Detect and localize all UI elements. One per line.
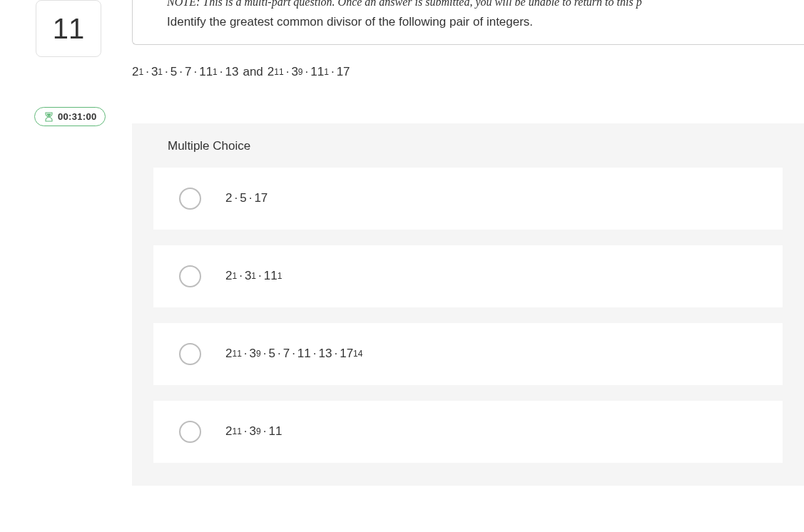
math-term: 5 <box>268 347 275 361</box>
option-text: 211·39·5·7·11·13·1714 <box>225 347 362 361</box>
math-term: 7 <box>283 347 290 361</box>
timer-badge: 00:31:00 <box>34 107 106 126</box>
math-term: 31 <box>245 269 256 283</box>
math-term: 1714 <box>340 347 362 361</box>
math-term: 13 <box>225 65 239 79</box>
dot-separator: · <box>256 269 264 283</box>
math-term: 111 <box>310 65 329 79</box>
question-number: 11 <box>53 13 85 45</box>
dot-separator: · <box>311 347 319 361</box>
answers-panel: Multiple Choice 2·5·1721·31·111211·39·5·… <box>132 123 804 486</box>
dot-separator: · <box>332 347 340 361</box>
math-term: 11 <box>268 424 282 439</box>
math-term: 21 <box>225 269 237 283</box>
dot-separator: · <box>290 347 297 361</box>
dot-separator: · <box>242 347 250 361</box>
dot-separator: · <box>232 191 240 205</box>
dot-separator: · <box>191 65 199 79</box>
expression-row: 21·31·5·7·111·13 and 211·39·111·17 <box>132 45 804 79</box>
dot-separator: · <box>329 65 337 79</box>
math-term: 13 <box>319 347 332 361</box>
math-term: 111 <box>199 65 218 79</box>
dot-separator: · <box>303 65 311 79</box>
math-term: 39 <box>250 424 261 439</box>
option-row[interactable]: 21·31·111 <box>153 245 783 307</box>
dot-separator: · <box>163 65 171 79</box>
dot-separator: · <box>143 65 151 79</box>
math-term: 11 <box>297 347 311 361</box>
math-term: 7 <box>185 65 191 79</box>
question-number-box: 11 <box>36 0 101 57</box>
dot-separator: · <box>218 65 225 79</box>
option-row[interactable]: 211·39·5·7·11·13·1714 <box>153 323 783 385</box>
radio-icon[interactable] <box>179 421 201 443</box>
math-term: 211 <box>268 65 284 79</box>
dot-separator: · <box>177 65 185 79</box>
math-term: 211 <box>225 424 242 439</box>
math-term: 39 <box>250 347 261 361</box>
note-label: NOTE: This is a multi-part question. Onc… <box>167 0 642 8</box>
dot-separator: · <box>247 191 255 205</box>
math-term: 17 <box>337 65 350 79</box>
math-term: 39 <box>291 65 302 79</box>
math-term: 211 <box>225 347 242 361</box>
timer-text: 00:31:00 <box>58 111 96 122</box>
radio-icon[interactable] <box>179 343 201 365</box>
math-term: 5 <box>171 65 177 79</box>
dot-separator: · <box>242 424 250 439</box>
instruction-text: Identify the greatest common divisor of … <box>167 13 784 31</box>
option-text: 21·31·111 <box>225 269 282 283</box>
hourglass-icon <box>44 112 54 122</box>
dot-separator: · <box>261 347 269 361</box>
math-term: 17 <box>254 191 268 205</box>
option-row[interactable]: 211·39·11 <box>153 401 783 463</box>
math-term: 21 <box>132 65 143 79</box>
option-row[interactable]: 2·5·17 <box>153 168 783 230</box>
radio-icon[interactable] <box>179 265 201 287</box>
panel-title: Multiple Choice <box>132 123 804 168</box>
option-text: 2·5·17 <box>225 191 268 205</box>
note-line: NOTE: This is a multi-part question. Onc… <box>167 0 784 9</box>
math-term: 5 <box>240 191 246 205</box>
dot-separator: · <box>237 269 245 283</box>
dot-separator: · <box>275 347 283 361</box>
option-text: 211·39·11 <box>225 424 282 439</box>
problem-box: NOTE: This is a multi-part question. Onc… <box>132 0 804 45</box>
dot-separator: · <box>284 65 292 79</box>
and-text: and <box>238 65 267 79</box>
dot-separator: · <box>261 424 269 439</box>
math-term: 2 <box>225 191 232 205</box>
radio-icon[interactable] <box>179 188 201 210</box>
math-term: 31 <box>151 65 163 79</box>
math-term: 111 <box>264 269 283 283</box>
